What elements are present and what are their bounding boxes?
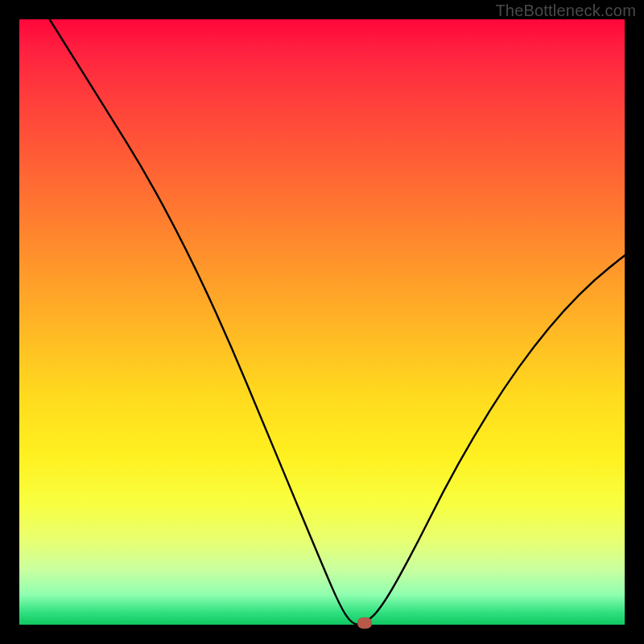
watermark-text: TheBottleneck.com bbox=[495, 2, 636, 20]
plot-area bbox=[19, 19, 625, 625]
chart-frame: TheBottleneck.com bbox=[0, 0, 644, 644]
bottleneck-curve-path bbox=[50, 19, 625, 625]
optimal-point-marker bbox=[357, 617, 372, 629]
bottleneck-line bbox=[19, 19, 625, 625]
